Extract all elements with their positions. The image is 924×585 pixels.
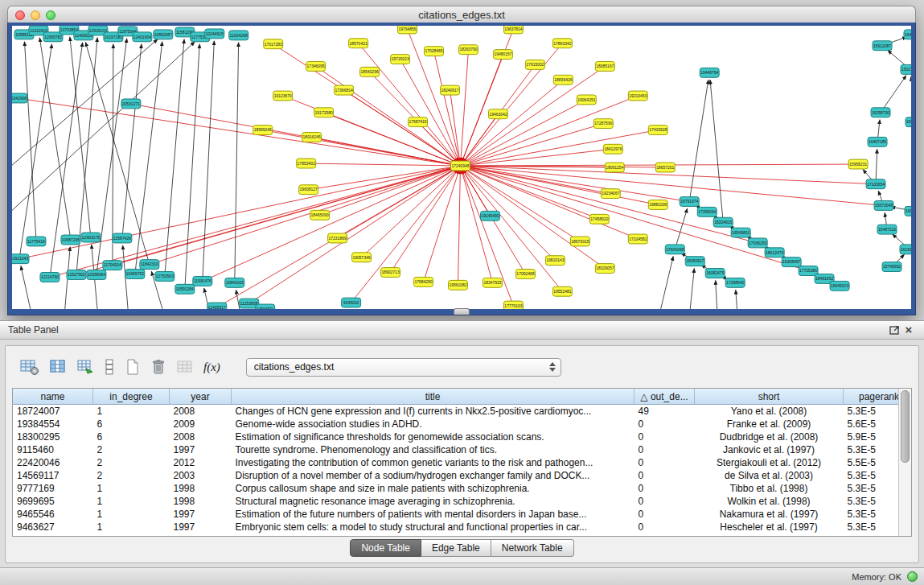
network-canvas[interactable]: 1058811111311919120657821073385411409026… bbox=[12, 26, 911, 309]
graph-node[interactable]: 16258730 bbox=[871, 108, 890, 117]
graph-node[interactable]: 17358264 bbox=[697, 207, 717, 216]
tab-edge-table[interactable]: Edge Table bbox=[421, 539, 491, 557]
function-builder-button[interactable]: f(x) bbox=[199, 355, 225, 379]
graph-node[interactable]: 16193857 bbox=[900, 245, 911, 254]
table-cell[interactable]: Jankovic et al. (1997) bbox=[695, 443, 844, 456]
close-panel-icon[interactable]: × bbox=[901, 323, 916, 336]
graph-hub-node[interactable]: 17240948 bbox=[451, 161, 470, 171]
graph-node[interactable]: 16473852 bbox=[904, 30, 911, 39]
table-options-button[interactable] bbox=[15, 355, 44, 379]
table-cell[interactable]: 49 bbox=[634, 405, 695, 418]
table-cell[interactable]: 9699695 bbox=[13, 495, 93, 508]
vertical-scrollbar[interactable] bbox=[898, 389, 911, 536]
zoom-window-button[interactable] bbox=[46, 10, 55, 20]
graph-node[interactable]: 18091254 bbox=[605, 163, 624, 172]
graph-node[interactable]: 18839426 bbox=[553, 75, 573, 84]
table-cell[interactable]: 1 bbox=[93, 495, 170, 508]
graph-node[interactable]: 15342908 bbox=[12, 93, 27, 103]
graph-node[interactable]: 12694571 bbox=[256, 304, 275, 309]
table-cell[interactable]: 1 bbox=[93, 508, 170, 521]
table-cell[interactable]: 9465546 bbox=[13, 508, 93, 521]
graph-node[interactable]: 15740692 bbox=[882, 262, 901, 272]
table-cell[interactable]: 0 bbox=[634, 418, 695, 431]
table-cell[interactable]: 1 bbox=[93, 521, 170, 534]
graph-node[interactable]: 18902713 bbox=[381, 268, 400, 278]
graph-node[interactable]: 12587426 bbox=[113, 233, 132, 243]
graph-node[interactable]: 18085167 bbox=[595, 61, 614, 71]
table-cell[interactable]: 2003 bbox=[170, 469, 232, 482]
table-row[interactable]: 911546021997Tourette syndrome. Phenomeno… bbox=[13, 443, 912, 456]
graph-node[interactable]: 12405917 bbox=[207, 303, 227, 309]
graph-node[interactable]: 10469752 bbox=[125, 270, 145, 279]
table-cell[interactable]: 0 bbox=[634, 495, 695, 508]
graph-node[interactable]: 18673015 bbox=[570, 237, 589, 246]
graph-node[interactable]: 19234067 bbox=[601, 189, 620, 199]
column-header[interactable]: name bbox=[13, 389, 93, 405]
graph-node[interactable]: 19123670 bbox=[273, 91, 293, 101]
graph-node[interactable]: 17104582 bbox=[628, 234, 647, 244]
table-cell[interactable]: Franke et al. (2009) bbox=[695, 418, 844, 431]
table-cell[interactable]: 1998 bbox=[170, 482, 232, 495]
graph-node[interactable]: 17396814 bbox=[335, 85, 354, 95]
table-row[interactable]: 1872400712008Changes of HCN gene express… bbox=[13, 405, 912, 418]
graph-node[interactable]: 10840163 bbox=[225, 278, 244, 287]
graph-node[interactable]: 16308497 bbox=[782, 257, 801, 267]
graph-node[interactable]: 17936250 bbox=[748, 238, 767, 248]
float-panel-icon[interactable] bbox=[887, 323, 901, 336]
graph-node[interactable]: 10921043 bbox=[12, 254, 29, 264]
graph-node[interactable]: 11934268 bbox=[229, 31, 248, 40]
graph-node[interactable]: 15487210 bbox=[877, 225, 897, 234]
network-selector[interactable]: citations_edges.txt bbox=[246, 358, 561, 377]
table-cell[interactable]: 0 bbox=[634, 521, 695, 534]
graph-node[interactable]: 19210453 bbox=[628, 91, 647, 101]
table-cell[interactable]: 0 bbox=[634, 508, 695, 521]
graph-node[interactable]: 17604298 bbox=[665, 245, 684, 254]
graph-node[interactable]: 15834926 bbox=[906, 117, 911, 127]
table-cell[interactable]: 6 bbox=[93, 431, 170, 443]
graph-node[interactable]: 15673048 bbox=[874, 201, 893, 211]
graph-node[interactable]: 17028465 bbox=[425, 47, 444, 56]
table-cell[interactable]: 0 bbox=[634, 431, 695, 443]
graph-node[interactable]: 11930476 bbox=[193, 276, 212, 286]
graph-node[interactable]: 15912087 bbox=[873, 41, 892, 51]
graph-node[interactable]: 15027349 bbox=[901, 64, 911, 74]
table-cell[interactable]: Stergiakouli et al. (2012) bbox=[695, 456, 844, 469]
graph-node[interactable]: 15958231 bbox=[848, 159, 868, 169]
table-cell[interactable]: 9463627 bbox=[13, 521, 93, 534]
graph-node[interactable]: 17346095 bbox=[306, 61, 326, 71]
table-cell[interactable]: Yano et al. (2008) bbox=[695, 405, 844, 418]
tab-node-table[interactable]: Node Table bbox=[350, 539, 421, 557]
graph-node[interactable]: 19820143 bbox=[545, 256, 565, 266]
graph-node[interactable]: 17615032 bbox=[525, 60, 544, 70]
table-cell[interactable]: Tibbo et al. (1998) bbox=[695, 482, 844, 495]
graph-node[interactable]: 19794856 bbox=[398, 26, 417, 34]
graph-node[interactable]: 19608127 bbox=[299, 185, 318, 195]
graph-node[interactable]: 16407185 bbox=[868, 137, 887, 146]
graph-node[interactable]: 19480157 bbox=[493, 50, 512, 60]
table-cell[interactable]: 1 bbox=[93, 482, 170, 495]
table-row[interactable]: 946362711997Embryonic stem cells: a mode… bbox=[13, 521, 912, 534]
graph-node[interactable]: 18540296 bbox=[360, 67, 380, 76]
table-row[interactable]: 977716911998Corpus callosum shape and si… bbox=[13, 482, 912, 495]
graph-node[interactable]: 18465093 bbox=[310, 210, 330, 220]
graph-node[interactable]: 17458920 bbox=[589, 214, 609, 224]
column-header[interactable]: short bbox=[695, 389, 844, 405]
graph-node[interactable]: 12214790 bbox=[40, 273, 60, 282]
table-cell[interactable]: Genome-wide association studies in ADHD. bbox=[232, 418, 634, 431]
show-columns-button[interactable] bbox=[44, 355, 72, 379]
table-cell[interactable]: 18300295 bbox=[13, 431, 93, 443]
column-header[interactable]: title bbox=[232, 389, 634, 405]
table-cell[interactable]: Tourette syndrome. Phenomenology and cla… bbox=[232, 443, 634, 456]
table-cell[interactable]: 1997 bbox=[170, 443, 232, 456]
table-cell[interactable]: Structural magnetic resonance image aver… bbox=[232, 495, 634, 508]
table-cell[interactable]: 22420046 bbox=[13, 456, 93, 469]
table-cell[interactable]: 2008 bbox=[170, 431, 232, 443]
graph-node[interactable]: 19064251 bbox=[577, 95, 596, 105]
table-cell[interactable]: 18724007 bbox=[13, 405, 93, 418]
table-row[interactable]: 1456911722003Disruption of a novel membe… bbox=[13, 469, 912, 482]
graph-node[interactable]: 18657201 bbox=[655, 163, 675, 172]
table-cell[interactable]: Embryonic stem cells: a model to study s… bbox=[232, 521, 634, 534]
table-cell[interactable]: 0 bbox=[634, 456, 695, 469]
table-cell[interactable]: 1997 bbox=[170, 521, 232, 534]
table-cell[interactable]: Wolkin et al. (1998) bbox=[695, 495, 844, 508]
